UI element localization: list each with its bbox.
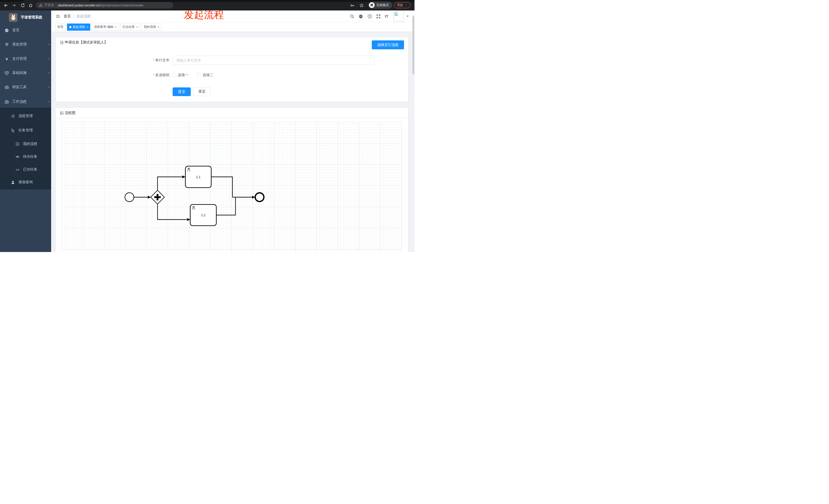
diagram-title: 流程图 xyxy=(65,111,75,115)
sidebar-item-label: 待办任务 xyxy=(23,154,37,159)
help-icon[interactable]: ? xyxy=(367,14,372,18)
bpmn-user-task-1-2[interactable]: 1.2 xyxy=(190,204,216,226)
url-path: /bpm/process-instance/create xyxy=(100,3,143,7)
tab-label: 我的流程 xyxy=(144,25,156,29)
url-divider xyxy=(56,3,56,7)
app-title: 芋道管理系统 xyxy=(21,15,42,20)
bpmn-user-task-1-1[interactable]: 1.1 xyxy=(185,166,211,188)
back-icon[interactable] xyxy=(4,3,8,8)
task-label: 1.1 xyxy=(196,175,201,179)
sidebar-fold-icon[interactable] xyxy=(56,14,60,18)
tab-start-process[interactable]: 发起流程 × xyxy=(67,24,90,31)
avatar[interactable] xyxy=(394,11,404,22)
search-icon[interactable] xyxy=(350,14,354,18)
required-asterisk: * xyxy=(153,58,154,62)
breadcrumb: 首页 / 发起流程 xyxy=(64,14,91,18)
single-line-text-input[interactable] xyxy=(173,56,374,65)
sidebar-item-home[interactable]: 首页 xyxy=(0,24,56,37)
picture-icon xyxy=(60,111,64,115)
tab-home[interactable]: 首页 xyxy=(55,24,66,31)
task-label: 1.2 xyxy=(201,214,205,217)
github-icon[interactable] xyxy=(359,14,363,18)
update-label: 更新 xyxy=(397,3,403,7)
reload-icon[interactable] xyxy=(21,3,25,8)
bpmn-diagram: 1.1 1.2 xyxy=(62,122,402,252)
active-dot xyxy=(69,26,71,28)
bookmark-star-icon[interactable] xyxy=(359,3,364,8)
incognito-icon xyxy=(369,2,374,8)
font-size-icon[interactable]: tT xyxy=(385,14,388,19)
bpmn-start-event[interactable] xyxy=(125,193,134,202)
select-other-process-button[interactable]: 选择其它流程 xyxy=(372,40,404,49)
bpmn-end-event[interactable] xyxy=(255,193,264,202)
browser-active-tab[interactable] xyxy=(23,0,90,2)
reset-button[interactable]: 重置 xyxy=(193,87,211,96)
chevron-down-icon xyxy=(47,57,50,60)
sidebar-item-infrastructure[interactable]: 基础设施 xyxy=(0,67,56,79)
breadcrumb-home[interactable]: 首页 xyxy=(64,14,71,18)
screenshot-root: 不安全 dashboard.yudao.iocoder.cn/bpm/proce… xyxy=(0,0,414,252)
bpmn-canvas[interactable]: 1.1 1.2 xyxy=(62,122,402,252)
url-bar[interactable]: 不安全 dashboard.yudao.iocoder.cn/bpm/proce… xyxy=(36,2,173,8)
eye-open-icon xyxy=(15,155,20,159)
chevron-down-icon xyxy=(47,71,50,74)
dashboard-icon xyxy=(5,28,9,33)
text-field-label: *单行文本 xyxy=(118,58,170,63)
url-host: dashboard.yudao.iocoder.cn xyxy=(58,3,100,7)
sidebar-item-devtools[interactable]: 研发工具 xyxy=(0,81,56,93)
fullscreen-icon[interactable] xyxy=(376,14,381,18)
app-logo xyxy=(9,13,17,22)
gear-icon: ⚙ xyxy=(5,42,9,47)
sidebar-item-system[interactable]: ⚙ 系统管理 xyxy=(0,38,56,51)
eye-closed-icon xyxy=(15,167,20,172)
red-annotation-title: 发起流程 xyxy=(184,8,224,22)
toolbox-icon xyxy=(5,85,9,89)
sidebar-item-label: 首页 xyxy=(12,28,20,33)
tab-my-process[interactable]: 我的流程 × xyxy=(141,24,161,31)
browser-menu-kebab-icon[interactable]: ⋮ xyxy=(404,4,407,7)
bpmn-parallel-gateway[interactable] xyxy=(151,190,165,204)
tab-form-edit[interactable]: 流程表单-编辑 × xyxy=(92,24,119,31)
sidebar-item-label: 已办任务 xyxy=(23,167,37,172)
tab-label: 流程表单-编辑 xyxy=(94,25,113,29)
submit-button[interactable]: 提交 xyxy=(173,87,191,96)
checkbox-option-1[interactable] xyxy=(172,73,176,77)
browser-update-button[interactable]: 更新 ⋮ xyxy=(394,2,410,8)
app-header: 首页 / 发起流程 ? tT xyxy=(51,10,414,22)
scrollbar-thumb[interactable] xyxy=(412,15,414,74)
tab-label: 已办任务 xyxy=(122,25,135,29)
sidebar-item-payment[interactable]: ¥ 支付管理 xyxy=(0,52,56,65)
checkbox-option-2[interactable] xyxy=(197,73,201,77)
tab-close-icon[interactable]: × xyxy=(136,26,138,28)
tab-close-icon[interactable]: × xyxy=(86,26,88,28)
apply-info-card: 申请信息【测试多审批人】 选择其它流程 *单行文本 *多选框组 选项一 选项二 … xyxy=(56,37,408,102)
tab-label: 首页 xyxy=(57,25,63,29)
list-icon xyxy=(11,114,15,118)
chevron-down-icon xyxy=(47,86,50,89)
incognito-label: 无痕模式 xyxy=(376,3,389,7)
sidebar-logo-row[interactable]: 芋道管理系统 xyxy=(0,12,51,23)
page-scrollbar[interactable] xyxy=(412,10,414,252)
sidebar-item-label: 流程管理 xyxy=(19,114,33,118)
breadcrumb-separator: / xyxy=(73,14,74,18)
incognito-badge: 无痕模式 xyxy=(368,2,392,9)
checkbox-option-2-label[interactable]: 选项二 xyxy=(203,73,213,77)
tab-close-icon[interactable]: × xyxy=(157,26,159,28)
security-label[interactable]: 不安全 xyxy=(44,3,54,7)
forward-icon[interactable] xyxy=(12,3,16,8)
tab-done-tasks[interactable]: 已办任务 × xyxy=(120,24,140,31)
tab-label: 发起流程 xyxy=(73,25,85,29)
svg-text:?: ? xyxy=(369,15,370,17)
sidebar-item-label: 任务管理 xyxy=(19,128,33,133)
card-divider xyxy=(56,118,408,118)
sidebar-item-workflow[interactable]: 工作流程 xyxy=(0,95,56,108)
tab-close-icon[interactable]: × xyxy=(115,26,116,28)
checkbox-option-1-label[interactable]: 选项一 xyxy=(178,73,188,77)
home-icon[interactable] xyxy=(28,3,33,8)
key-icon[interactable] xyxy=(350,3,355,8)
sidebar-item-label: 基础设施 xyxy=(12,71,27,75)
diagram-title-row: 流程图 xyxy=(60,111,75,115)
sidebar-item-label: 工作流程 xyxy=(12,100,27,104)
apply-info-title-row: 申请信息【测试多审批人】 xyxy=(60,40,108,45)
avatar-caret-down-icon[interactable] xyxy=(406,15,411,20)
